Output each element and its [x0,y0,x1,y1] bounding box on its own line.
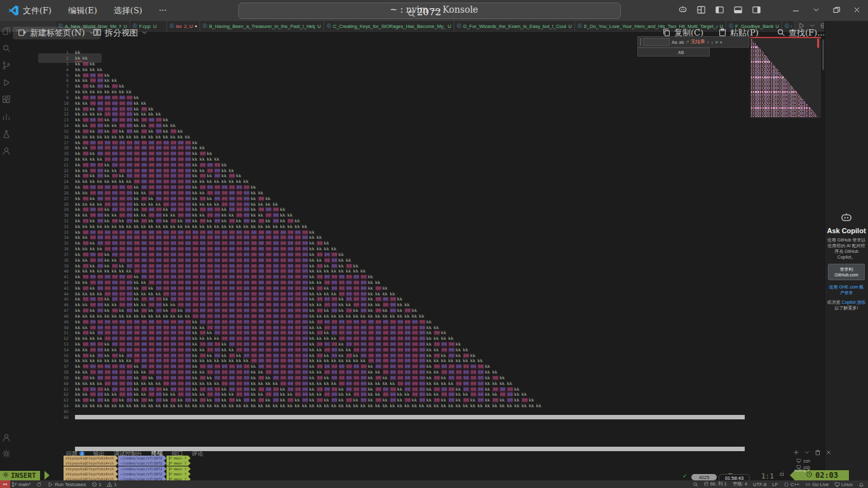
replace-input[interactable] [640,50,675,55]
pane-left-button[interactable] [714,4,726,16]
statusbar-item-golive[interactable]: Go Live [805,482,829,487]
editor-tab[interactable]: ⒸB_Having_Been_a_Treasurer_in_the_Past_I… [200,21,324,31]
find-grip[interactable] [640,38,641,46]
whole-word-button[interactable]: ab [679,40,684,44]
regex-button[interactable]: .* [686,40,689,44]
editor-tab[interactable]: Ⓒtest.cpp2, U● [167,21,200,31]
buffer-line: 38kkkk0000kkkk00000000000000000000000000… [57,257,353,263]
buffer-line: 26kkkk000000000000kkkk000000000000kkkk00… [57,191,265,196]
buffer-line: 24kkkkkkkkkkkkkkkk0000000000000000kkkkkk… [57,179,250,185]
editor-tab[interactable]: ⒸE_Do_You_Love_Your_Hero_and_His_Two_Hit… [575,21,726,31]
gear-icon [3,471,9,480]
minimap[interactable] [750,37,821,118]
minimap-line [751,116,818,117]
chart-icon[interactable] [2,112,11,121]
editor-tab[interactable]: ⒸD_For_Wizards_the_Exam_Is_Easy_but_I_Co… [454,21,575,31]
minimap-line [751,115,817,116]
broadcast-icon [805,482,811,487]
chevron-down-icon[interactable] [804,449,810,456]
buffer-line: 28kkkkkkkk00000000kkkkkkkk00000000kkkkkk… [57,201,280,207]
chevron-down-button[interactable] [810,4,822,16]
ghe-signin-link[interactable]: 使用 GHE.com 帐户登录 [827,284,866,295]
statusbar-item-main[interactable]: main* [11,482,31,487]
statusbar-item[interactable] [858,482,864,487]
statusbar-item-1[interactable]: 1 [107,482,116,487]
extensions-icon[interactable] [2,95,11,104]
buffer-line: 16kkkkkkkkkkkkkkkkkkkkkkkkkkkkkkkk [57,134,192,140]
account-icon[interactable] [2,433,11,442]
prompt-segment: chiyoyuki@ChiyoYukiArch [64,456,116,461]
layout-grid-button[interactable] [695,4,707,16]
statusbar-item-utf8[interactable]: UTF-8 [753,482,766,487]
minimap-line [751,85,790,85]
buffer-line: 39kk00kk00kk00kk000000000000000000000000… [57,263,360,269]
check-icon: ✓ [682,473,688,479]
find-in-selection-button[interactable]: ≡ [715,40,718,44]
source-control-icon[interactable] [2,61,11,70]
buffer-line: 14kkkk0000kkkk0000kkkk0000kkkk [57,123,177,129]
statusbar-right: 行 66, 列 1空格: 4UTF-8LFC++Go LiveLinux [693,481,864,487]
panel-tab-评论[interactable]: 评论 [192,450,203,459]
minimap-line [751,83,790,84]
ghost-status-text: coding: F [794,468,810,472]
debug-icon[interactable] [2,78,11,87]
statusbar-item-661[interactable]: 行 66, 列 1 [704,481,727,487]
buffer-line: 30kkkk0000kkkk0000kkkk0000kkkk0000kkkk00… [57,213,294,219]
flask-icon[interactable] [2,130,11,139]
error-icon [92,482,97,487]
tab-label: D_For_Wizards_the_Exam_Is_Easy_but_I_Cou… [463,24,566,29]
braces-icon [783,482,789,487]
plus-icon[interactable] [793,449,799,456]
find-prev-button[interactable]: ↑ [707,40,710,44]
terminal-list-item[interactable]: zsh [796,458,810,463]
pane-right-button[interactable] [750,4,763,16]
buffer-line: 15kk00kk00kk00kk00kk00kk00kk00kk [57,128,185,134]
gear-icon[interactable] [2,449,11,458]
github-signin-button[interactable]: 登录到 GitHub.com [828,264,865,280]
trash-icon[interactable] [815,449,821,456]
cph-count-badge[interactable]: 4025 [691,474,717,480]
statusbar-item-4[interactable]: 空格: 4 [733,481,747,487]
minimize-button[interactable] [790,4,802,16]
minimap-line [751,90,795,90]
minimap-line [751,111,813,112]
buffer-line: 13kk000000kk000000kk000000kk [57,118,170,123]
statusbar-item-lf[interactable]: LF [772,482,778,487]
powerline-arrow [188,456,191,461]
statusbar-item-linux[interactable]: Linux [834,482,853,487]
account-icon[interactable] [2,147,11,156]
prompt-segment: ~/codes/xcpc/cf/2072 [118,471,164,477]
modified-dot-icon[interactable]: ● [194,24,197,28]
statusbar-item[interactable] [36,482,42,487]
new-tab-icon [18,28,27,39]
search-icon[interactable] [2,44,11,53]
find-input[interactable] [643,38,670,46]
find-next-button[interactable]: ↓ [711,40,714,44]
close-button[interactable] [851,4,863,16]
match-case-button[interactable]: Aa [672,40,677,44]
copy-icon [662,28,671,37]
buffer-line: 19kk00kk00000000000000000000000000kk00kk [57,151,214,157]
copilot-button[interactable] [677,4,689,16]
replace-button[interactable]: AB [678,50,684,55]
files-icon[interactable] [2,27,11,36]
close-icon[interactable] [825,449,832,456]
find-close-button[interactable]: × [720,40,722,44]
statusbar-item-runtestcases[interactable]: Run Testcases [48,482,86,487]
find-status: 无结果 [691,39,705,45]
walkthrough-link[interactable]: Copilot 演练 [842,300,866,304]
copilot-panel: Ask Copilot 使用 GitHub 登录以使用你的 AI 配对程序员 G… [827,212,866,311]
restore-button[interactable] [831,4,843,16]
statusbar-item-c++[interactable]: C++ [783,482,799,487]
statusbar-item-1[interactable]: 1 [92,482,101,487]
command-center-search[interactable]: 2072 [407,6,441,18]
editor-tab[interactable]: ⒸC_Creating_Keys_for_StORages_Has_Become… [324,21,454,31]
ghost-panel [38,53,102,63]
remote-indicator[interactable]: >< [0,480,10,488]
pane-bottom-button[interactable] [732,4,744,16]
konsole-new-tab-button[interactable]: 新建标签页(N) [13,27,100,39]
statusbar-item[interactable] [693,482,698,487]
konsole-split-view-button[interactable]: 拆分视图 [93,27,148,39]
sync-icon [36,482,42,487]
terminal-area[interactable]: 1kk2kkkk3kk00kk4kkkkkkkk5kk000000kk6kkkk… [0,32,824,481]
